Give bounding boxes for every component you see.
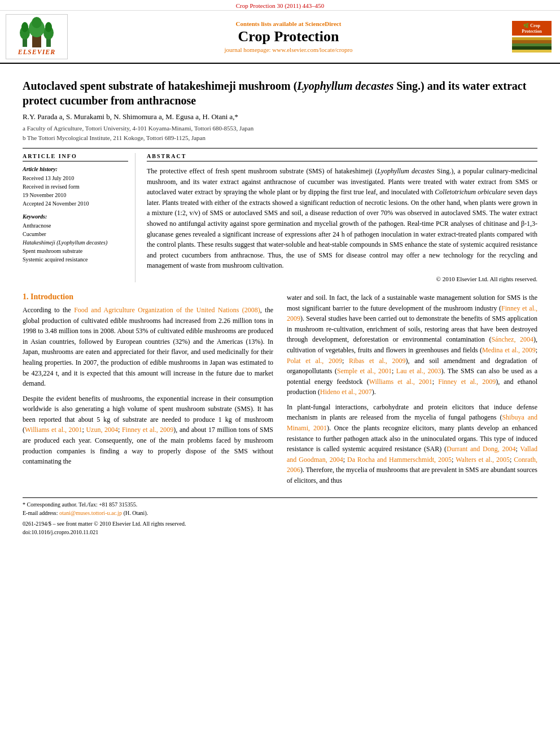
email-line: E-mail address: otani@muses.tottori-u.ac… bbox=[23, 509, 537, 517]
svg-point-5 bbox=[45, 22, 52, 32]
elsevier-brand-text: ELSEVIER bbox=[18, 48, 56, 56]
darocha-link[interactable]: Da Rocha and Hammerschmidt, 2005 bbox=[347, 456, 452, 464]
walters-link[interactable]: Walters et al., 2005 bbox=[456, 456, 510, 464]
crop-logo-box: 🌿 Crop Protection bbox=[512, 21, 552, 36]
main-content: Autoclaved spent substrate of hatakeshim… bbox=[0, 64, 560, 542]
corresponding-author: * Corresponding author. Tel./fax: +81 85… bbox=[23, 500, 537, 509]
article-history-block: Article history: Received 13 July 2010 R… bbox=[23, 166, 128, 208]
lau-link[interactable]: Lau et al., 2003 bbox=[396, 367, 441, 375]
abstract-label: ABSTRACT bbox=[147, 153, 537, 161]
durrant-link[interactable]: Durrant and Dong, 2004 bbox=[447, 445, 516, 453]
finney-link[interactable]: Finney et al., 2009 bbox=[122, 426, 173, 434]
journal-header: ELSEVIER Contents lists available at Sci… bbox=[0, 11, 560, 64]
crop-logo: 🌿 Crop Protection bbox=[509, 21, 554, 53]
williams-link[interactable]: Williams et al., 2001 bbox=[25, 426, 82, 434]
email-name: (H. Otani). bbox=[124, 510, 148, 516]
issn-text: 0261-2194/$ – see front matter © 2010 El… bbox=[23, 521, 186, 527]
authors-text: R.Y. Parada a, S. Murakami b, N. Shimomu… bbox=[23, 112, 238, 121]
ribas-link[interactable]: Ribas et al., 2009 bbox=[349, 357, 406, 365]
semple-link[interactable]: Semple et al., 2001 bbox=[337, 367, 392, 375]
received-2b: 19 November 2010 bbox=[23, 191, 128, 199]
homepage-link[interactable]: www.elsevier.com/locate/cropro bbox=[272, 46, 352, 53]
sanchez-link[interactable]: Sánchez, 2004 bbox=[491, 335, 533, 343]
homepage-prefix: journal homepage: bbox=[224, 46, 272, 53]
fao-link[interactable]: Food and Agriculture Organization of the… bbox=[74, 306, 260, 314]
email-address[interactable]: otani@muses.tottori-u.ac.jp bbox=[59, 510, 122, 516]
header-divider bbox=[23, 148, 537, 148]
paper-title: Autoclaved spent substrate of hatakeshim… bbox=[23, 78, 537, 108]
medina-link[interactable]: Medina et al., 2009 bbox=[482, 346, 536, 354]
journal-title: Crop Protection bbox=[73, 28, 504, 45]
keyword-5: Systemic acquired resistance bbox=[23, 255, 128, 264]
history-label: Article history: bbox=[23, 166, 128, 172]
copyright-text: © 2010 Elsevier Ltd. All rights reserved… bbox=[147, 276, 537, 282]
doi-text: doi:10.1016/j.cropro.2010.11.021 bbox=[23, 529, 98, 535]
title-italic: Lyophyllum decastes bbox=[297, 80, 393, 92]
keywords-block: Keywords: Anthracnose Cucumber Hatakeshi… bbox=[23, 213, 128, 264]
abstract-text: The protective effect of fresh spent mus… bbox=[147, 166, 537, 271]
hideno-link[interactable]: Hideno et al., 2007 bbox=[320, 388, 372, 396]
svg-point-8 bbox=[32, 17, 42, 28]
sciencedirect-link-text[interactable]: ScienceDirect bbox=[305, 20, 341, 27]
finney3-link[interactable]: Finney et al., 2009 bbox=[438, 378, 496, 386]
article-info-col: ARTICLE INFO Article history: Received 1… bbox=[23, 153, 135, 282]
finney2-link[interactable]: Finney et al., 2009 bbox=[287, 304, 537, 323]
article-info-abstract: ARTICLE INFO Article history: Received 1… bbox=[23, 153, 537, 282]
body-section: 1. Introduction According to the Food an… bbox=[23, 292, 537, 491]
affiliations: a Faculty of Agriculture, Tottori Univer… bbox=[23, 124, 537, 142]
intro-para1: According to the Food and Agriculture Or… bbox=[23, 305, 273, 389]
body-right-col: water and soil. In fact, the lack of a s… bbox=[287, 292, 537, 491]
intro-para2: Despite the evident benefits of mushroom… bbox=[23, 394, 273, 467]
issn-line: 0261-2194/$ – see front matter © 2010 El… bbox=[23, 519, 537, 528]
received-2: Received in revised form bbox=[23, 182, 128, 191]
article-info-label: ARTICLE INFO bbox=[23, 153, 128, 161]
intro-heading: 1. Introduction bbox=[23, 292, 273, 302]
keywords-label: Keywords: bbox=[23, 213, 128, 220]
authors-line: R.Y. Parada a, S. Murakami b, N. Shimomu… bbox=[23, 112, 537, 121]
right-para1: water and soil. In fact, the lack of a s… bbox=[287, 292, 537, 397]
citation-text: Crop Protection 30 (2011) 443–450 bbox=[236, 2, 325, 9]
abstract-col: ABSTRACT The protective effect of fresh … bbox=[147, 153, 537, 282]
keyword-4: Spent mushroom substrate bbox=[23, 247, 128, 255]
journal-center: Contents lists available at ScienceDirec… bbox=[73, 20, 504, 53]
shibuya-link[interactable]: Shibuya and Minami, 2001 bbox=[287, 413, 537, 432]
keyword-1: Anthracnose bbox=[23, 221, 128, 230]
received-1: Received 13 July 2010 bbox=[23, 174, 128, 182]
affiliation-b: b The Tottori Mycological Institute, 211… bbox=[23, 133, 537, 143]
williams2-link[interactable]: Williams et al., 2001 bbox=[369, 378, 432, 386]
journal-homepage-line: journal homepage: www.elsevier.com/locat… bbox=[73, 46, 504, 53]
svg-point-2 bbox=[21, 22, 28, 32]
sciencedirect-line: Contents lists available at ScienceDirec… bbox=[73, 20, 504, 27]
email-label: E-mail address: bbox=[23, 510, 59, 516]
right-para2: In plant-fungal interactions, carbohydra… bbox=[287, 402, 537, 486]
citation-bar: Crop Protection 30 (2011) 443–450 bbox=[0, 0, 560, 11]
title-part1: Autoclaved spent substrate of hatakeshim… bbox=[23, 80, 297, 92]
body-left-col: 1. Introduction According to the Food an… bbox=[23, 292, 273, 491]
keyword-3: Hatakeshimeji (Lyophyllum decastes) bbox=[23, 238, 128, 247]
polat-link[interactable]: Polat et al., 2009 bbox=[287, 357, 342, 365]
elsevier-logo: ELSEVIER bbox=[6, 14, 68, 59]
affiliation-a: a Faculty of Agriculture, Tottori Univer… bbox=[23, 124, 537, 133]
corresponding-label: * Corresponding author. Tel./fax: +81 85… bbox=[23, 501, 137, 508]
footnote-area: * Corresponding author. Tel./fax: +81 85… bbox=[23, 497, 537, 536]
uzun-link[interactable]: Uzun, 2004 bbox=[86, 426, 118, 434]
contents-prefix: Contents lists available at bbox=[236, 20, 305, 27]
elsevier-tree-icon bbox=[20, 17, 54, 48]
keyword-2: Cucumber bbox=[23, 230, 128, 238]
doi-line: doi:10.1016/j.cropro.2010.11.021 bbox=[23, 528, 537, 536]
crop-stripes bbox=[512, 37, 552, 53]
accepted: Accepted 24 November 2010 bbox=[23, 199, 128, 208]
